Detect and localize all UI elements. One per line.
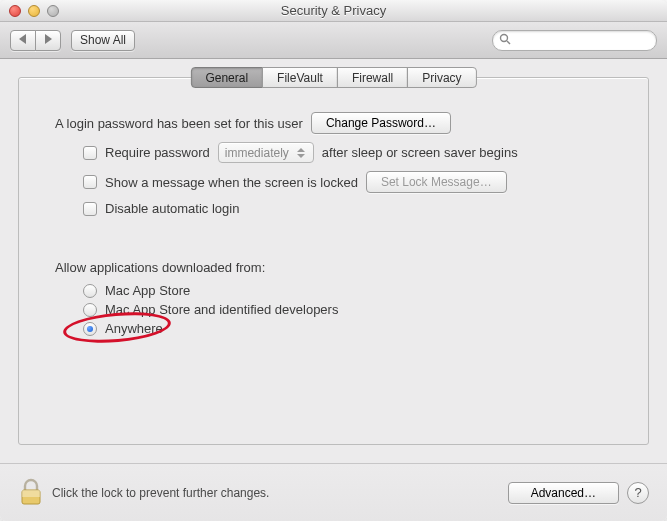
footer: Click the lock to prevent further change… bbox=[0, 463, 667, 521]
svg-marker-1 bbox=[45, 34, 52, 44]
radio-mas-label: Mac App Store bbox=[105, 283, 190, 298]
svg-marker-5 bbox=[297, 154, 305, 158]
content-area: General FileVault Firewall Privacy A log… bbox=[0, 59, 667, 463]
lock-text: Click the lock to prevent further change… bbox=[52, 486, 269, 500]
chevron-right-icon bbox=[44, 33, 52, 47]
radio-mas-dev[interactable] bbox=[83, 303, 97, 317]
disable-autologin-checkbox[interactable] bbox=[83, 202, 97, 216]
password-row: A login password has been set for this u… bbox=[55, 112, 612, 134]
show-message-row: Show a message when the screen is locked… bbox=[83, 171, 612, 193]
tab-privacy[interactable]: Privacy bbox=[407, 67, 476, 88]
gatekeeper-option-anywhere: Anywhere bbox=[83, 321, 612, 336]
disable-autologin-label: Disable automatic login bbox=[105, 201, 239, 216]
back-button[interactable] bbox=[10, 30, 36, 51]
gatekeeper-heading-row: Allow applications downloaded from: bbox=[55, 260, 612, 275]
search-field[interactable] bbox=[492, 30, 657, 51]
lock-icon[interactable] bbox=[18, 478, 44, 508]
radio-mas-dev-label: Mac App Store and identified developers bbox=[105, 302, 338, 317]
preferences-window: Security & Privacy Show All bbox=[0, 0, 667, 521]
search-icon bbox=[499, 33, 511, 48]
require-password-suffix: after sleep or screen saver begins bbox=[322, 145, 518, 160]
general-pane: A login password has been set for this u… bbox=[19, 112, 648, 336]
help-button[interactable]: ? bbox=[627, 482, 649, 504]
radio-anywhere[interactable] bbox=[83, 322, 97, 336]
stepper-icon bbox=[295, 148, 307, 158]
search-input[interactable] bbox=[515, 32, 667, 48]
toolbar: Show All bbox=[0, 22, 667, 59]
radio-anywhere-label: Anywhere bbox=[105, 321, 163, 336]
tab-panel: General FileVault Firewall Privacy A log… bbox=[18, 77, 649, 445]
tab-filevault[interactable]: FileVault bbox=[262, 67, 338, 88]
require-password-row: Require password immediately after sleep… bbox=[83, 142, 612, 163]
tabs: General FileVault Firewall Privacy bbox=[190, 67, 476, 88]
svg-line-3 bbox=[507, 41, 510, 44]
tab-general[interactable]: General bbox=[190, 67, 263, 88]
show-message-label: Show a message when the screen is locked bbox=[105, 175, 358, 190]
gatekeeper-option-mas-dev: Mac App Store and identified developers bbox=[83, 302, 612, 317]
svg-rect-7 bbox=[22, 490, 40, 497]
require-password-checkbox[interactable] bbox=[83, 146, 97, 160]
titlebar: Security & Privacy bbox=[0, 0, 667, 22]
require-password-delay-value: immediately bbox=[225, 146, 289, 160]
set-lock-message-button[interactable]: Set Lock Message… bbox=[366, 171, 507, 193]
require-password-delay-select[interactable]: immediately bbox=[218, 142, 314, 163]
window-title: Security & Privacy bbox=[0, 3, 667, 18]
nav-group bbox=[10, 30, 61, 51]
show-all-button[interactable]: Show All bbox=[71, 30, 135, 51]
chevron-left-icon bbox=[19, 33, 27, 47]
svg-marker-4 bbox=[297, 148, 305, 152]
radio-mas[interactable] bbox=[83, 284, 97, 298]
password-set-label: A login password has been set for this u… bbox=[55, 116, 303, 131]
tab-firewall[interactable]: Firewall bbox=[337, 67, 408, 88]
svg-point-2 bbox=[501, 34, 508, 41]
forward-button[interactable] bbox=[35, 30, 61, 51]
disable-autologin-row: Disable automatic login bbox=[83, 201, 612, 216]
advanced-button[interactable]: Advanced… bbox=[508, 482, 619, 504]
require-password-label: Require password bbox=[105, 145, 210, 160]
gatekeeper-option-mas: Mac App Store bbox=[83, 283, 612, 298]
gatekeeper-heading: Allow applications downloaded from: bbox=[55, 260, 265, 275]
change-password-button[interactable]: Change Password… bbox=[311, 112, 451, 134]
show-message-checkbox[interactable] bbox=[83, 175, 97, 189]
svg-marker-0 bbox=[19, 34, 26, 44]
